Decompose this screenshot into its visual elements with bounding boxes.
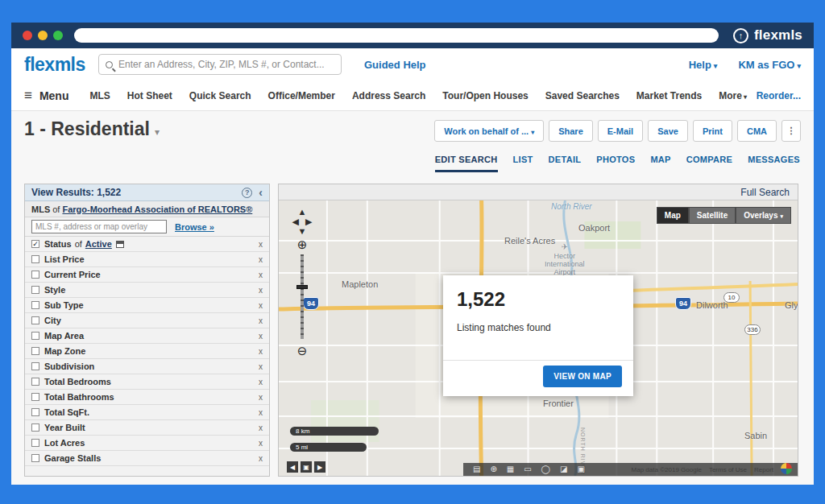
save-button[interactable]: Save <box>648 120 688 142</box>
filter-checkbox[interactable] <box>31 362 39 370</box>
zoom-slider[interactable] <box>301 254 304 339</box>
tab-map[interactable]: MAP <box>650 155 670 172</box>
cma-button[interactable]: CMA <box>737 120 777 142</box>
remove-filter-icon[interactable]: x <box>259 393 263 402</box>
browse-link[interactable]: Browse » <box>175 222 214 232</box>
user-menu[interactable]: KM as FGO▾ <box>738 59 801 71</box>
filter-row-lot-acres[interactable]: Lot Acresx <box>25 436 269 451</box>
remove-filter-icon[interactable]: x <box>259 347 263 356</box>
tab-detail[interactable]: DETAIL <box>549 155 582 172</box>
target-icon[interactable]: ⊕ <box>490 465 496 473</box>
filter-checkbox[interactable] <box>31 332 39 340</box>
reorder-link[interactable]: Reorder... <box>757 90 801 101</box>
menu-item-mls[interactable]: MLS <box>89 90 110 101</box>
print-button[interactable]: Print <box>693 120 732 142</box>
tab-photos[interactable]: PHOTOS <box>596 155 635 172</box>
pan-down-icon[interactable]: ▼ <box>298 226 307 236</box>
link-icon[interactable]: ▦ <box>507 465 514 473</box>
mls-association-link[interactable]: Fargo-Moorhead Association of REALTORS® <box>62 204 252 214</box>
menu-item-quick-search[interactable]: Quick Search <box>189 90 251 101</box>
menu-button[interactable]: Menu <box>39 89 69 102</box>
rectangle-draw-icon[interactable]: ▭ <box>524 465 531 473</box>
menu-item-saved-searches[interactable]: Saved Searches <box>545 90 620 101</box>
tab-edit-search[interactable]: EDIT SEARCH <box>435 155 498 172</box>
more-options-icon[interactable]: ⋮ <box>781 120 801 142</box>
full-search-link[interactable]: Full Search <box>740 187 790 198</box>
layers-icon[interactable]: ▤ <box>473 465 480 473</box>
filter-row-sub-type[interactable]: Sub Typex <box>25 298 269 313</box>
filter-row-total-bedrooms[interactable]: Total Bedroomsx <box>25 374 269 390</box>
menu-item-more[interactable]: More ▾ <box>719 90 747 101</box>
menu-item-office-member[interactable]: Office/Member <box>268 90 335 101</box>
view-on-map-button[interactable]: VIEW ON MAP <box>543 366 622 387</box>
remove-filter-icon[interactable]: x <box>259 332 263 341</box>
remove-filter-icon[interactable]: x <box>259 423 263 432</box>
tab-list[interactable]: LIST <box>513 155 533 172</box>
filter-row-map-zone[interactable]: Map Zonex <box>25 344 269 359</box>
globe-icon[interactable] <box>781 463 792 474</box>
pan-up-icon[interactable]: ▲ <box>298 207 307 217</box>
remove-filter-icon[interactable]: x <box>259 454 263 463</box>
browser-address-bar[interactable] <box>74 28 719 43</box>
e-mail-button[interactable]: E-Mail <box>598 120 643 142</box>
filter-row-year-built[interactable]: Year Builtx <box>25 420 269 436</box>
map-canvas[interactable]: North RiverOakportReile's Acres✈HectorIn… <box>279 200 798 476</box>
filter-row-current-price[interactable]: Current Pricex <box>25 267 269 283</box>
filter-checkbox[interactable] <box>31 423 39 432</box>
polygon-draw-icon[interactable]: ◪ <box>560 465 567 473</box>
step-right-icon[interactable]: ▶ <box>314 461 325 473</box>
share-button[interactable]: Share <box>549 120 593 142</box>
tab-compare[interactable]: COMPARE <box>686 155 733 172</box>
help-menu[interactable]: Help▾ <box>689 59 718 71</box>
expand-map-icon[interactable]: ▣ <box>301 461 312 473</box>
report-error-link[interactable]: Report a map error <box>754 466 775 473</box>
help-circle-icon[interactable]: ? <box>242 188 252 198</box>
filter-checkbox[interactable] <box>31 454 39 462</box>
filter-checkbox[interactable] <box>31 286 39 294</box>
zoom-slider-handle[interactable] <box>296 285 308 289</box>
zoom-window-button[interactable] <box>53 31 63 40</box>
work-on-behalf-button[interactable]: Work on behalf of ...▾ <box>434 120 544 142</box>
remove-filter-icon[interactable]: x <box>259 362 263 371</box>
remove-filter-icon[interactable]: x <box>259 316 263 325</box>
tab-messages[interactable]: MESSAGES <box>748 155 800 172</box>
terms-of-use-link[interactable]: Terms of Use <box>709 466 747 473</box>
calendar-icon[interactable] <box>116 241 124 248</box>
menu-item-hot-sheet[interactable]: Hot Sheet <box>127 90 172 101</box>
minimize-window-button[interactable] <box>38 31 48 40</box>
zoom-out-icon[interactable]: ⊖ <box>297 345 308 357</box>
remove-filter-icon[interactable]: x <box>259 439 263 448</box>
filter-row-subdivision[interactable]: Subdivisionx <box>25 359 269 374</box>
pan-tool-icon[interactable]: ▣ <box>577 465 584 473</box>
map-type-overlays[interactable]: Overlays▾ <box>736 207 791 224</box>
filter-checkbox[interactable] <box>31 393 39 401</box>
filter-checkbox[interactable] <box>31 255 39 263</box>
filter-checkbox[interactable] <box>31 271 39 279</box>
hamburger-icon[interactable]: ≡ <box>24 88 32 104</box>
flexmls-logo[interactable]: flexmls <box>24 54 85 76</box>
remove-filter-icon[interactable]: x <box>259 286 263 295</box>
pan-left-icon[interactable]: ◀ <box>292 217 299 226</box>
pan-right-icon[interactable]: ▶ <box>305 217 312 226</box>
step-left-icon[interactable]: ◀ <box>287 461 298 473</box>
filter-row-city[interactable]: Cityx <box>25 313 269 328</box>
page-title[interactable]: 1 - Residential▾ <box>24 118 160 140</box>
map-type-satellite[interactable]: Satellite <box>689 207 736 224</box>
filter-checkbox[interactable] <box>31 347 39 355</box>
menu-item-address-search[interactable]: Address Search <box>352 90 425 101</box>
filter-row-total-bathrooms[interactable]: Total Bathroomsx <box>25 390 269 405</box>
filter-checkbox[interactable] <box>31 378 39 386</box>
menu-item-market-trends[interactable]: Market Trends <box>636 90 702 101</box>
collapse-panel-icon[interactable]: ‹ <box>259 187 263 198</box>
filter-row-map-area[interactable]: Map Areax <box>25 328 269 344</box>
circle-draw-icon[interactable]: ◯ <box>541 465 550 473</box>
guided-help-link[interactable]: Guided Help <box>364 59 426 71</box>
filter-row-total-sqft[interactable]: Total SqFt.x <box>25 405 269 420</box>
filter-value-link[interactable]: Active <box>85 239 112 249</box>
filter-checkbox[interactable]: ✓ <box>31 240 39 248</box>
close-window-button[interactable] <box>23 31 32 40</box>
menu-item-tour-open-houses[interactable]: Tour/Open Houses <box>442 90 528 101</box>
zoom-in-icon[interactable]: ⊕ <box>297 238 308 251</box>
filter-checkbox[interactable] <box>31 316 39 324</box>
map-type-map[interactable]: Map <box>657 207 689 224</box>
